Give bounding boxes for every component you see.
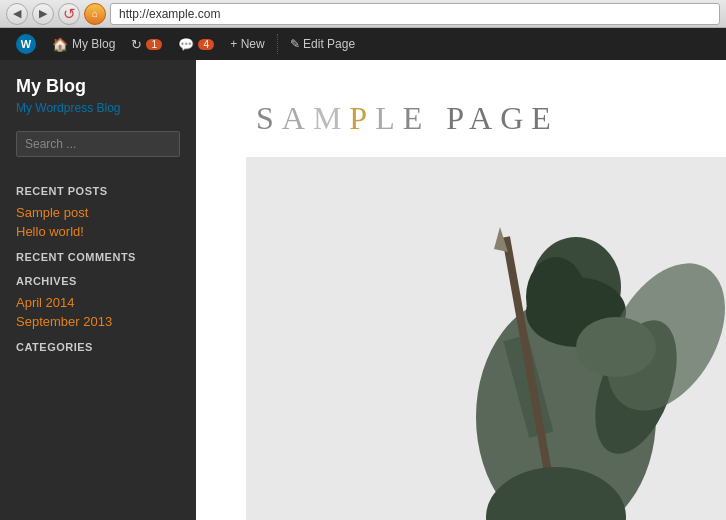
page-title-page: PAGE: [446, 100, 559, 136]
comments-item[interactable]: 💬 4: [170, 28, 222, 60]
archive-september-2013[interactable]: September 2013: [16, 314, 180, 329]
home-button[interactable]: ⌂: [84, 3, 106, 25]
separator: [277, 34, 278, 54]
browser-titlebar: ◀ ▶ ↺ ⌂: [0, 0, 726, 28]
edit-page-item[interactable]: ✎ Edit Page: [282, 28, 363, 60]
home-icon: 🏠: [52, 37, 68, 52]
comments-icon: 💬: [178, 37, 194, 52]
page-title-space: [430, 100, 446, 136]
new-label: + New: [230, 37, 264, 51]
page-header: SAMPLE PAGE: [196, 60, 726, 157]
page-title-p: P: [349, 100, 375, 136]
forward-button[interactable]: ▶: [32, 3, 54, 25]
recent-post-2[interactable]: Hello world!: [16, 224, 180, 239]
page-title: SAMPLE PAGE: [256, 100, 666, 137]
site-title: My Blog: [16, 76, 180, 97]
back-button[interactable]: ◀: [6, 3, 28, 25]
page-title-e: E: [403, 100, 431, 136]
recent-posts-heading: RECENT POSTS: [16, 185, 180, 197]
site-name-label: My Blog: [72, 37, 115, 51]
wp-logo-item[interactable]: W: [8, 28, 44, 60]
refresh-button[interactable]: ↺: [58, 3, 80, 25]
updates-item[interactable]: ↻ 1: [123, 28, 170, 60]
svg-point-10: [576, 317, 656, 377]
main-layout: My Blog My Wordpress Blog RECENT POSTS S…: [0, 60, 726, 520]
site-subtitle: My Wordpress Blog: [16, 101, 180, 115]
site-name-item[interactable]: 🏠 My Blog: [44, 28, 123, 60]
content-area: SAMPLE PAGE: [196, 60, 726, 520]
wp-logo: W: [16, 34, 36, 54]
page-title-m: M: [313, 100, 349, 136]
edit-page-label: ✎ Edit Page: [290, 37, 355, 51]
updates-badge: 1: [146, 39, 162, 50]
archive-april-2014[interactable]: April 2014: [16, 295, 180, 310]
admin-bar: W 🏠 My Blog ↻ 1 💬 4 + New ✎ Edit Page: [0, 28, 726, 60]
statue-image: [246, 157, 726, 520]
svg-point-4: [526, 257, 586, 337]
page-title-l: L: [375, 100, 403, 136]
page-title-s: S: [256, 100, 282, 136]
archives-heading: ARCHIVES: [16, 275, 180, 287]
page-image-area: [196, 157, 726, 520]
comments-badge: 4: [198, 39, 214, 50]
categories-heading: CATEGORIES: [16, 341, 180, 353]
recent-comments-heading: RECENT COMMENTS: [16, 251, 180, 263]
search-input[interactable]: [16, 131, 180, 157]
sidebar: My Blog My Wordpress Blog RECENT POSTS S…: [0, 60, 196, 520]
page-title-a: A: [282, 100, 313, 136]
new-item[interactable]: + New: [222, 28, 272, 60]
updates-icon: ↻: [131, 37, 142, 52]
address-bar[interactable]: [110, 3, 720, 25]
recent-post-1[interactable]: Sample post: [16, 205, 180, 220]
